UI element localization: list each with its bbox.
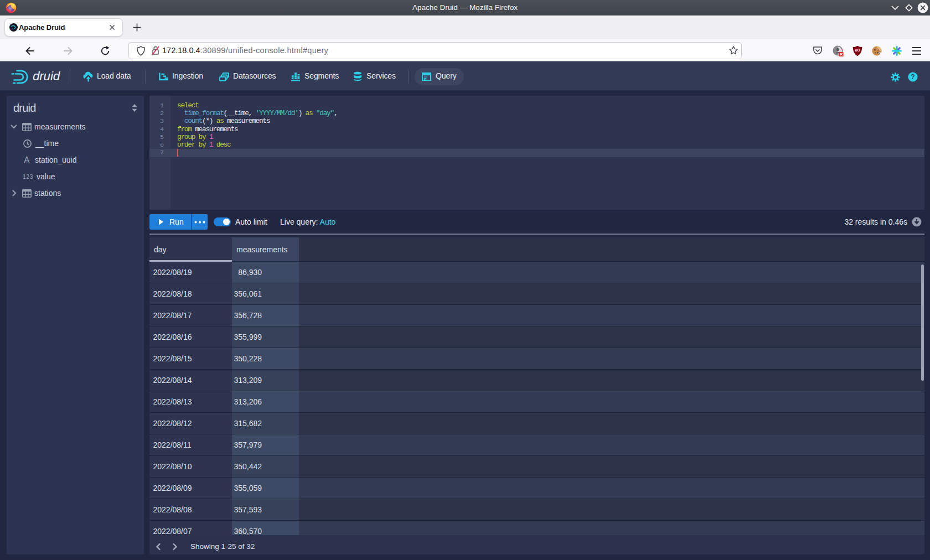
svg-text:?: ? xyxy=(911,73,914,81)
svg-text:uO: uO xyxy=(855,48,860,52)
